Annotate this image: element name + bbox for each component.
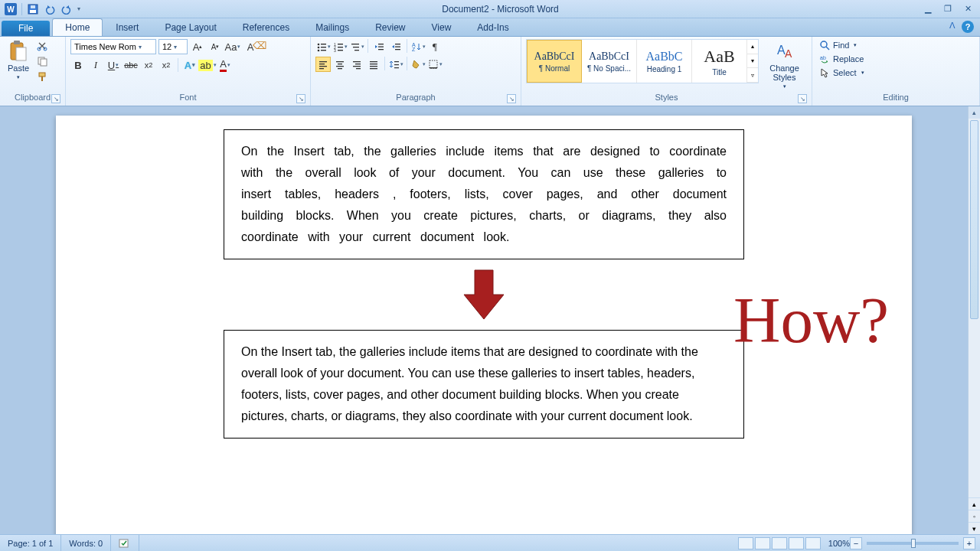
shading-button[interactable]: [410, 57, 426, 72]
sort-button[interactable]: AZ: [410, 39, 426, 54]
draft-view[interactable]: [805, 537, 821, 549]
tab-page-layout[interactable]: Page Layout: [152, 18, 229, 36]
copy-icon[interactable]: [35, 54, 49, 68]
change-case-button[interactable]: Aa: [225, 39, 240, 54]
help-icon[interactable]: ?: [962, 21, 974, 33]
scroll-up-button[interactable]: ▴: [969, 106, 980, 119]
style-normal[interactable]: AaBbCcI¶ Normal: [527, 40, 582, 83]
style-heading1[interactable]: AaBbCHeading 1: [637, 40, 692, 83]
save-icon[interactable]: [27, 3, 39, 15]
zoom-in-button[interactable]: +: [963, 537, 975, 549]
align-left-button[interactable]: [315, 57, 331, 72]
svg-rect-38: [319, 64, 325, 64]
svg-rect-63: [119, 540, 128, 547]
multilevel-list-button[interactable]: [349, 39, 364, 54]
undo-icon[interactable]: [44, 3, 56, 15]
strikethrough-button[interactable]: abc: [123, 57, 139, 73]
tab-view[interactable]: View: [419, 18, 465, 36]
superscript-button[interactable]: x2: [158, 57, 174, 73]
browse-object-button[interactable]: ◦: [969, 510, 980, 522]
svg-rect-46: [355, 64, 361, 64]
redo-icon[interactable]: [60, 3, 73, 15]
line-spacing-button[interactable]: [388, 57, 403, 72]
select-button[interactable]: Select▾: [817, 67, 867, 79]
prev-page-button[interactable]: ▴: [969, 497, 980, 510]
zoom-out-button[interactable]: −: [850, 537, 862, 549]
style-no-spacing[interactable]: AaBbCcI¶ No Spaci...: [582, 40, 637, 83]
paragraph-launcher[interactable]: ↘: [507, 94, 516, 103]
text-effects-button[interactable]: A: [182, 57, 198, 73]
font-size-combo[interactable]: 12▾: [158, 39, 188, 54]
tab-mailings[interactable]: Mailings: [302, 18, 362, 36]
clear-formatting-button[interactable]: A⌫: [243, 39, 258, 54]
svg-point-14: [317, 44, 319, 46]
full-screen-view[interactable]: [755, 537, 770, 549]
change-styles-button[interactable]: AA Change Styles ▾: [762, 39, 807, 91]
numbering-button[interactable]: 123: [332, 39, 348, 54]
svg-rect-54: [394, 64, 399, 65]
styles-group-label: Styles↘: [526, 92, 807, 104]
find-button[interactable]: Find▾: [817, 39, 867, 51]
svg-rect-6: [14, 41, 20, 44]
shrink-font-button[interactable]: A▾: [207, 39, 223, 54]
styles-gallery[interactable]: AaBbCcI¶ Normal AaBbCcI¶ No Spaci... AaB…: [526, 39, 759, 83]
minimize-ribbon-icon[interactable]: ᐱ: [949, 21, 956, 33]
svg-rect-47: [353, 66, 361, 67]
next-page-button[interactable]: ▾: [969, 522, 980, 534]
status-page[interactable]: Page: 1 of 1: [0, 535, 61, 551]
svg-rect-15: [321, 44, 326, 44]
tab-insert[interactable]: Insert: [103, 18, 152, 36]
print-layout-view[interactable]: [738, 537, 753, 549]
gallery-down[interactable]: ▾: [747, 54, 758, 69]
status-words[interactable]: Words: 0: [61, 535, 111, 551]
paste-button[interactable]: Paste ▾: [5, 39, 32, 82]
title-bar: W ▾ Document2 - Microsoft Word ▁ ❐ ✕: [0, 0, 980, 18]
bold-button[interactable]: B: [70, 57, 86, 73]
tab-home[interactable]: Home: [52, 18, 103, 36]
vertical-scrollbar[interactable]: ▴ ▴ ◦ ▾: [968, 106, 980, 534]
page: On the Insert tab, the galleries include…: [56, 116, 912, 534]
align-right-button[interactable]: [349, 57, 364, 72]
grow-font-button[interactable]: A▴: [190, 39, 205, 54]
decrease-indent-button[interactable]: [371, 39, 387, 54]
svg-rect-27: [353, 47, 359, 47]
close-button[interactable]: ✕: [962, 4, 974, 15]
svg-rect-48: [356, 68, 361, 69]
status-proofing[interactable]: [111, 535, 139, 551]
justify-button[interactable]: [366, 57, 381, 72]
gallery-more[interactable]: ▿: [747, 68, 758, 83]
web-layout-view[interactable]: [772, 537, 787, 549]
highlight-button[interactable]: ab: [200, 57, 215, 73]
tab-add-ins[interactable]: Add-Ins: [464, 18, 521, 36]
styles-launcher[interactable]: ↘: [798, 94, 807, 103]
italic-button[interactable]: I: [88, 57, 103, 73]
borders-button[interactable]: [427, 57, 443, 72]
subscript-button[interactable]: x2: [141, 57, 156, 73]
bullets-button[interactable]: [315, 39, 331, 54]
zoom-slider[interactable]: [867, 542, 959, 545]
font-color-button[interactable]: A: [217, 57, 233, 73]
show-marks-button[interactable]: ¶: [427, 39, 443, 54]
cut-icon[interactable]: [35, 39, 49, 53]
font-launcher[interactable]: ↘: [296, 94, 305, 103]
increase-indent-button[interactable]: [388, 39, 403, 54]
document-area[interactable]: On the Insert tab, the galleries include…: [0, 106, 968, 534]
font-name-combo[interactable]: Times New Rom▾: [70, 39, 156, 54]
svg-text:A: A: [785, 47, 792, 60]
tab-references[interactable]: References: [230, 18, 302, 36]
underline-button[interactable]: U: [106, 57, 121, 73]
format-painter-icon[interactable]: [35, 70, 49, 83]
file-tab[interactable]: File: [2, 21, 50, 36]
minimize-button[interactable]: ▁: [922, 4, 934, 15]
svg-rect-49: [370, 61, 377, 62]
scroll-thumb[interactable]: [970, 120, 978, 319]
replace-button[interactable]: abReplace: [817, 53, 867, 65]
outline-view[interactable]: [789, 537, 804, 549]
restore-button[interactable]: ❐: [942, 4, 954, 15]
gallery-up[interactable]: ▴: [747, 40, 758, 54]
align-center-button[interactable]: [332, 57, 348, 72]
clipboard-launcher[interactable]: ↘: [51, 94, 60, 103]
zoom-level[interactable]: 100%: [828, 539, 850, 548]
style-title[interactable]: AaBTitle: [692, 40, 747, 83]
tab-review[interactable]: Review: [362, 18, 418, 36]
